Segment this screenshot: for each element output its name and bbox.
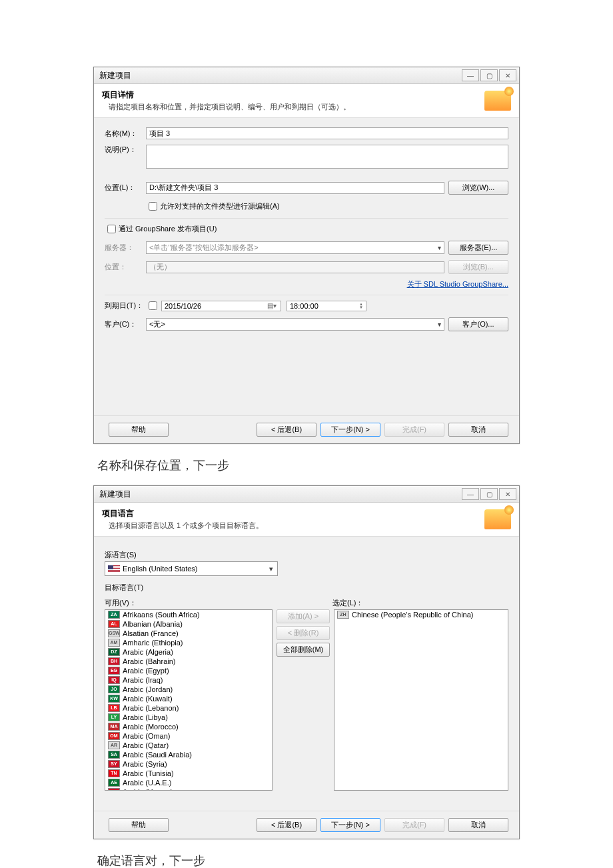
source-edit-checkbox[interactable]: 允许对支持的文件类型进行源编辑(A): [146, 200, 280, 213]
list-item[interactable]: ARArabic (Qatar): [105, 741, 272, 750]
source-edit-check[interactable]: [149, 202, 157, 211]
location-input[interactable]: [146, 182, 444, 194]
flag-icon: OM: [108, 732, 120, 740]
groupshare-link[interactable]: 关于 SDL Studio GroupShare...: [407, 279, 508, 289]
time-input[interactable]: 18:00:00 ▲▼: [287, 301, 366, 311]
list-item[interactable]: ZAAfrikaans (South Africa): [105, 610, 272, 619]
list-item[interactable]: KWArabic (Kuwait): [105, 694, 272, 703]
language-name: Arabic (Saudi Arabia): [123, 750, 192, 759]
minimize-button[interactable]: —: [462, 488, 479, 500]
language-name: Chinese (People's Republic of China): [352, 610, 473, 619]
desc-input[interactable]: [146, 145, 508, 169]
language-name: Alsatian (France): [123, 629, 179, 638]
server-button[interactable]: 服务器(E)...: [448, 241, 508, 255]
help-button[interactable]: 帮助: [109, 818, 169, 832]
header-subtitle: 请指定项目名称和位置，并指定项目说明、编号、用户和到期日（可选）。: [102, 102, 484, 112]
language-name: Arabic (Egypt): [123, 666, 169, 675]
available-languages-list[interactable]: ZAAfrikaans (South Africa)ALAlbanian (Al…: [105, 609, 273, 791]
language-name: Arabic (Lebanon): [123, 703, 179, 713]
remove-button: < 删除(R): [277, 626, 330, 640]
list-item[interactable]: DZArabic (Algeria): [105, 647, 272, 657]
list-item[interactable]: TNArabic (Tunisia): [105, 769, 272, 778]
finish-button: 完成(F): [384, 818, 444, 832]
dialog-project-details: 新建项目 — ▢ ✕ 项目详情 请指定项目名称和位置，并指定项目说明、编号、用户…: [93, 67, 520, 444]
close-button[interactable]: ✕: [499, 488, 516, 500]
window-title: 新建项目: [99, 489, 462, 500]
caption-1: 名称和保存位置，下一步: [97, 457, 520, 473]
next-button[interactable]: 下一步(N) >: [320, 423, 380, 437]
flag-icon: LB: [108, 704, 120, 712]
browse-button[interactable]: 浏览(W)...: [448, 181, 508, 195]
flag-icon: SY: [108, 760, 120, 768]
close-button[interactable]: ✕: [499, 69, 516, 81]
calendar-icon: ▤▾: [267, 302, 278, 309]
remove-all-button[interactable]: 全部删除(M): [277, 643, 330, 657]
list-item[interactable]: OMArabic (Oman): [105, 731, 272, 741]
flag-icon: GSW: [108, 629, 120, 637]
flag-icon: EG: [108, 667, 120, 675]
list-item[interactable]: AEArabic (U.A.E.): [105, 778, 272, 787]
server-dropdown: <单击"服务器"按钮以添加服务器> ▾: [146, 241, 444, 254]
minimize-button[interactable]: —: [462, 69, 479, 81]
label-loc2: 位置：: [105, 262, 146, 272]
language-name: Arabic (Iraq): [123, 675, 163, 685]
selected-languages-list[interactable]: ZHChinese (People's Republic of China): [334, 609, 508, 791]
back-button[interactable]: < 后退(B): [257, 423, 316, 437]
groupshare-check[interactable]: [107, 225, 116, 233]
maximize-button[interactable]: ▢: [480, 488, 498, 500]
maximize-button[interactable]: ▢: [480, 69, 498, 81]
list-item[interactable]: BHArabic (Bahrain): [105, 657, 272, 666]
list-item[interactable]: AMAmharic (Ethiopia): [105, 638, 272, 647]
language-name: Afrikaans (South Africa): [123, 610, 200, 619]
label-source-lang: 源语言(S): [105, 550, 508, 560]
client-dropdown[interactable]: <无> ▾: [146, 318, 444, 331]
list-item[interactable]: GSWAlsatian (France): [105, 629, 272, 638]
language-name: Arabic (Morocco): [123, 722, 179, 731]
list-item[interactable]: MAArabic (Morocco): [105, 722, 272, 731]
list-item[interactable]: YEArabic (Yemen): [105, 787, 272, 791]
cancel-button[interactable]: 取消: [448, 423, 508, 437]
list-item[interactable]: LBArabic (Lebanon): [105, 703, 272, 713]
chevron-down-icon: ▾: [438, 321, 441, 328]
browse2-button: 浏览(B)...: [448, 260, 508, 274]
label-available: 可用(V)：: [105, 598, 275, 608]
flag-icon: BH: [108, 657, 120, 665]
list-item[interactable]: ALAlbanian (Albania): [105, 619, 272, 629]
list-item[interactable]: ZHChinese (People's Republic of China): [334, 610, 508, 619]
flag-icon: LY: [108, 713, 120, 721]
language-name: Arabic (Libya): [123, 713, 168, 722]
language-name: Arabic (U.A.E.): [123, 778, 171, 787]
list-item[interactable]: EGArabic (Egypt): [105, 666, 272, 675]
source-lang-dropdown[interactable]: English (United States) ▾: [105, 561, 278, 576]
label-server: 服务器：: [105, 243, 146, 253]
due-check[interactable]: [149, 301, 157, 310]
spinner-icon[interactable]: ▲▼: [359, 303, 363, 309]
flag-icon: AL: [108, 620, 120, 628]
list-item[interactable]: SYArabic (Syria): [105, 759, 272, 769]
help-button[interactable]: 帮助: [109, 423, 169, 437]
label-selected: 选定(L)：: [332, 598, 363, 608]
header-subtitle: 选择项目源语言以及 1 个或多个项目目标语言。: [102, 521, 484, 531]
chevron-down-icon: ▾: [438, 244, 441, 251]
list-item[interactable]: SAArabic (Saudi Arabia): [105, 750, 272, 759]
date-input[interactable]: 2015/10/26 ▤▾: [161, 301, 281, 311]
header-title: 项目语言: [102, 508, 484, 519]
source-lang-value: English (United States): [123, 565, 198, 573]
label-target-lang: 目标语言(T): [105, 583, 508, 593]
list-item[interactable]: JOArabic (Jordan): [105, 685, 272, 694]
titlebar: 新建项目 — ▢ ✕: [94, 486, 519, 503]
language-name: Arabic (Yemen): [123, 787, 173, 791]
client-value: <无>: [149, 319, 165, 329]
time-value: 18:00:00: [290, 302, 318, 310]
back-button[interactable]: < 后退(B): [257, 818, 316, 832]
list-item[interactable]: LYArabic (Libya): [105, 713, 272, 722]
next-button[interactable]: 下一步(N) >: [320, 818, 380, 832]
cancel-button[interactable]: 取消: [448, 818, 508, 832]
folder-new-icon: [484, 91, 511, 111]
loc2-input: [146, 261, 444, 273]
client-button[interactable]: 客户(O)...: [448, 317, 508, 331]
list-item[interactable]: IQArabic (Iraq): [105, 675, 272, 685]
flag-icon: IQ: [108, 676, 120, 684]
name-input[interactable]: [146, 127, 508, 139]
language-name: Arabic (Tunisia): [123, 769, 174, 778]
